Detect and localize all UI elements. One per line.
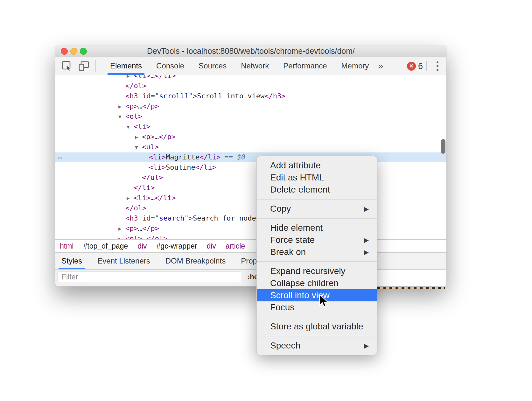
dom-node-text: </ol> [125, 203, 146, 213]
menu-item-focus[interactable]: Focus [257, 301, 377, 313]
syntax-plain: … [138, 102, 142, 110]
expand-triangle-icon[interactable]: ▸ [127, 193, 130, 203]
expand-triangle-icon[interactable]: ▸ [118, 102, 122, 111]
dom-tree-row[interactable]: <li>Soutine</li> [55, 163, 446, 172]
breadcrumb-item-html[interactable]: html [60, 242, 74, 250]
syntax-tag: <li> [134, 123, 150, 130]
syntax-tag: </h3> [264, 92, 285, 100]
tab-styles[interactable]: Styles [61, 253, 82, 269]
tab-console[interactable]: Console [156, 57, 184, 75]
syntax-tag: </p> [142, 224, 159, 232]
sidebar-tabs: StylesEvent ListenersDOM BreakpointsProp… [55, 253, 446, 270]
menu-item-expand-recursively[interactable]: Expand recursively [257, 265, 377, 277]
dom-tree-row[interactable]: ▸<p>…</p> [55, 102, 446, 111]
expand-triangle-icon[interactable]: ▸ [135, 132, 138, 142]
syntax-tag: </li> [134, 184, 155, 192]
dom-tree-row[interactable]: ▾<li> [55, 122, 446, 131]
dom-node-text: <li> [134, 122, 150, 131]
menu-item-add-attribute[interactable]: Add attribute [257, 159, 377, 172]
menu-item-delete-element[interactable]: Delete element [257, 184, 377, 196]
menu-item-copy[interactable]: Copy▶ [257, 203, 377, 215]
tab-network[interactable]: Network [241, 57, 269, 75]
tab-sources[interactable]: Sources [199, 57, 227, 75]
syntax-tag: </ul> [142, 173, 163, 181]
dom-tree-row[interactable]: ▾<ul> [55, 142, 446, 152]
context-menu-section: Hide elementForce state▶Break on▶ [257, 219, 377, 262]
context-menu-section: Copy▶ [257, 200, 377, 219]
syntax-tag: <li> [134, 75, 150, 80]
syntax-val: search [159, 214, 184, 222]
dom-tree-row[interactable]: ▾<ol> [55, 112, 446, 121]
dom-tree-row[interactable]: ▸<ol>…</ol> [55, 234, 446, 239]
collapse-triangle-icon[interactable]: ▾ [135, 142, 138, 152]
error-count[interactable]: 6 [418, 57, 423, 75]
three-dot-menu-icon[interactable] [435, 61, 440, 71]
syntax-tag: > [189, 214, 193, 222]
tab-memory[interactable]: Memory [341, 57, 369, 75]
collapse-triangle-icon[interactable]: ▾ [118, 112, 122, 121]
elements-dom-tree: ▸<li>…</li></ol><h3 id="scroll1">Scroll … [55, 75, 446, 239]
expand-triangle-icon[interactable]: ▸ [118, 234, 122, 239]
menu-item-break-on[interactable]: Break on▶ [257, 246, 377, 258]
dom-node-text: </li> [134, 183, 155, 193]
dom-tree-row[interactable]: ▸<p>…</p> [55, 224, 446, 233]
collapse-triangle-icon[interactable]: ▾ [127, 122, 130, 131]
dom-tree-row[interactable]: ▸<p>…</p> [55, 132, 446, 142]
breadcrumb-item-top_of_page[interactable]: #top_of_page [83, 242, 128, 250]
dom-tree-row[interactable]: </ul> [55, 173, 446, 182]
syntax-tag: <li> [149, 163, 166, 171]
breadcrumb-item-div[interactable]: div [137, 242, 147, 250]
tab-event-listeners[interactable]: Event Listeners [97, 253, 150, 269]
expand-triangle-icon[interactable]: ▸ [118, 224, 122, 233]
styles-filter-input[interactable]: Filter [57, 271, 241, 282]
syntax-plain: Soutine [166, 163, 195, 171]
breadcrumb-item-gc-wrapper[interactable]: #gc-wrapper [157, 242, 197, 250]
dom-tree-row[interactable]: </ol> [55, 81, 446, 91]
dom-tree-row[interactable]: …<li>Magritte</li>==$0 [55, 152, 446, 162]
menu-item-scroll-into-view[interactable]: Scroll into view [257, 289, 377, 301]
dom-tree-row[interactable]: <h3 id="search">Search for nodes</h3> [55, 214, 446, 223]
tab-elements[interactable]: Elements [110, 57, 142, 75]
device-toolbar-icon[interactable] [78, 61, 89, 72]
error-x-icon[interactable]: ✕ [407, 62, 416, 71]
syntax-plain [138, 92, 142, 100]
breadcrumb-item-article[interactable]: article [226, 242, 245, 250]
dom-tree-row[interactable]: </li> [55, 183, 446, 193]
inspect-element-icon[interactable] [62, 61, 73, 72]
devtools-window: DevTools - localhost:8080/web/tools/chro… [55, 46, 446, 286]
submenu-arrow-icon: ▶ [364, 246, 369, 258]
menu-item-edit-as-html[interactable]: Edit as HTML [257, 172, 377, 184]
vertical-scrollbar-thumb[interactable] [441, 139, 445, 154]
menu-item-collapse-children[interactable]: Collapse children [257, 277, 377, 289]
syntax-plain: Scroll into view [197, 92, 264, 100]
syntax-plain: … [155, 133, 159, 141]
titlebar[interactable]: DevTools - localhost:8080/web/tools/chro… [55, 46, 446, 57]
syntax-tag: </li> [155, 194, 176, 202]
tab-performance[interactable]: Performance [283, 57, 327, 75]
dom-tree-row[interactable]: <h3 id="scroll1">Scroll into view</h3> [55, 91, 446, 101]
syntax-punc: " [189, 92, 193, 100]
zoom-window-button[interactable] [80, 48, 87, 55]
more-panels-chevron-icon[interactable]: » [378, 57, 383, 75]
dom-tree-row[interactable]: ▸<li>…</li> [55, 75, 446, 81]
menu-item-store-as-global-variable[interactable]: Store as global variable [257, 320, 377, 333]
dom-node-text: <ul> [142, 142, 159, 152]
dom-tree-row[interactable]: ▸<li>…</li> [55, 193, 446, 203]
menu-item-hide-element[interactable]: Hide element [257, 222, 377, 234]
row-more-actions-icon[interactable]: … [58, 152, 62, 160]
dom-tree-row[interactable]: </ol> [55, 203, 446, 213]
syntax-tag: <h3 [125, 214, 138, 222]
selected-equals: == [224, 153, 233, 161]
expand-triangle-icon[interactable]: ▸ [127, 75, 130, 81]
menu-item-force-state[interactable]: Force state▶ [257, 234, 377, 246]
dom-node-text: <ol>…</ol> [125, 234, 167, 239]
menu-item-speech[interactable]: Speech▶ [257, 340, 377, 352]
syntax-plain: Search for nodes [193, 214, 260, 222]
close-window-button[interactable] [61, 48, 68, 55]
minimize-window-button[interactable] [70, 48, 77, 55]
syntax-plain [138, 214, 142, 222]
breadcrumb: html#top_of_pagediv#gc-wrapperdivarticle [55, 239, 446, 253]
context-menu: Add attributeEdit as HTMLDelete elementC… [256, 156, 377, 355]
tab-dom-breakpoints[interactable]: DOM Breakpoints [165, 253, 226, 269]
breadcrumb-item-div[interactable]: div [206, 242, 216, 250]
